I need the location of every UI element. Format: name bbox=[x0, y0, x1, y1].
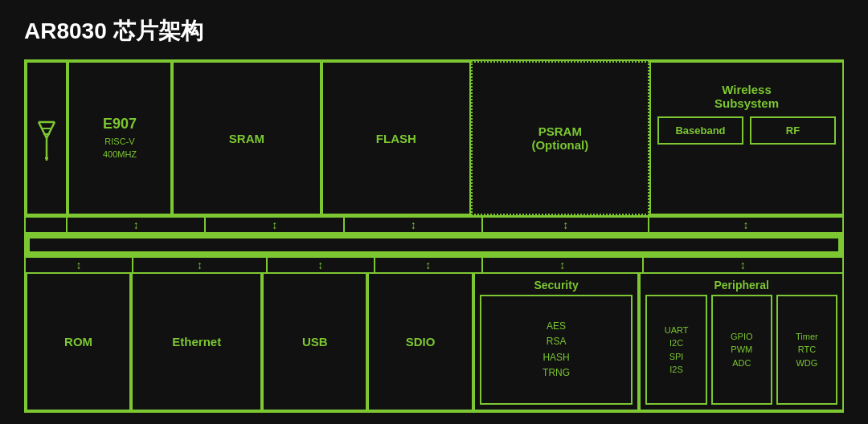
antenna-block bbox=[26, 61, 68, 215]
usb-block: USB bbox=[262, 272, 367, 411]
bottom-section: ROM Ethernet USB SDIO Security AES RSA H… bbox=[26, 272, 842, 411]
peripheral-sub1-text: UART I2C SPI I2S bbox=[665, 324, 689, 377]
arrows-top: ↕ ↕ ↕ ↕ ↕ bbox=[26, 218, 842, 232]
wireless-title-text: Wireless Subsystem bbox=[714, 83, 779, 110]
rf-block: RF bbox=[750, 116, 836, 145]
peripheral-sub3-text: Timer RTC WDG bbox=[796, 330, 818, 370]
bus-bar bbox=[26, 232, 842, 258]
svg-line-1 bbox=[39, 122, 47, 138]
page-title: AR8030 芯片架构 bbox=[24, 16, 844, 47]
arrow-ethernet: ↕ bbox=[133, 258, 268, 272]
peripheral-uart: UART I2C SPI I2S bbox=[645, 295, 706, 405]
peripheral-sub2-text: GPIO PWM ADC bbox=[731, 330, 753, 370]
cpu-name: E907 bbox=[103, 116, 137, 132]
arrow-sdio: ↕ bbox=[375, 258, 483, 272]
peripheral-timer: Timer RTC WDG bbox=[776, 295, 837, 405]
peripheral-sub-row: UART I2C SPI I2S GPIO PWM ADC Timer RTC … bbox=[645, 295, 837, 405]
sdio-block: SDIO bbox=[367, 272, 473, 411]
peripheral-block: Peripheral UART I2C SPI I2S GPIO PWM ADC… bbox=[639, 272, 842, 411]
wireless-sub-row: Baseband RF bbox=[657, 116, 836, 145]
cpu-sub: RISC-V 400MHZ bbox=[103, 136, 137, 161]
baseband-block: Baseband bbox=[657, 116, 743, 145]
arrow-peripheral: ↕ bbox=[644, 258, 842, 272]
top-section: E907 RISC-V 400MHZ SRAM FLASH PSRAM (Opt… bbox=[26, 61, 842, 218]
security-title: Security bbox=[534, 279, 578, 292]
arrow-flash: ↕ bbox=[345, 218, 483, 232]
arrow-usb: ↕ bbox=[268, 258, 375, 272]
ethernet-block: Ethernet bbox=[131, 272, 262, 411]
psram-block: PSRAM (Optional) bbox=[471, 61, 649, 215]
chip-diagram: E907 RISC-V 400MHZ SRAM FLASH PSRAM (Opt… bbox=[24, 59, 844, 413]
peripheral-gpio: GPIO PWM ADC bbox=[711, 295, 772, 405]
arrow-rom: ↕ bbox=[26, 258, 133, 272]
arrows-bottom: ↕ ↕ ↕ ↕ ↕ ↕ bbox=[26, 258, 842, 272]
wireless-block: Wireless Subsystem Baseband RF bbox=[649, 61, 842, 215]
security-inner: AES RSA HASH TRNG bbox=[480, 295, 633, 405]
security-items: AES RSA HASH TRNG bbox=[542, 319, 570, 381]
rom-block: ROM bbox=[26, 272, 131, 411]
peripheral-title: Peripheral bbox=[714, 279, 769, 292]
security-block: Security AES RSA HASH TRNG bbox=[473, 272, 640, 411]
cpu-block: E907 RISC-V 400MHZ bbox=[68, 61, 172, 215]
svg-line-2 bbox=[47, 122, 55, 138]
page: AR8030 芯片架构 bbox=[0, 0, 868, 424]
psram-label: PSRAM (Optional) bbox=[531, 124, 588, 152]
sram-block: SRAM bbox=[172, 61, 321, 215]
arrow-sram: ↕ bbox=[206, 218, 344, 232]
wireless-title: Wireless Subsystem bbox=[714, 69, 779, 110]
arrow-wireless: ↕ bbox=[649, 218, 842, 232]
arrow-psram: ↕ bbox=[483, 218, 649, 232]
antenna-icon bbox=[35, 114, 58, 162]
flash-block: FLASH bbox=[321, 61, 471, 215]
arrow-security: ↕ bbox=[483, 258, 644, 272]
arrow-cpu: ↕ bbox=[68, 218, 206, 232]
